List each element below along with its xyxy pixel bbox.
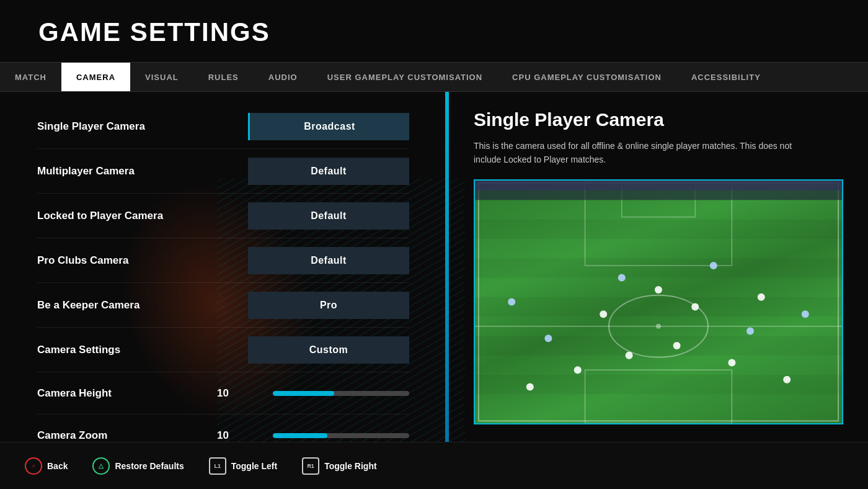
tab-match[interactable]: MATCH xyxy=(0,63,61,91)
single-player-camera-row: Single Player Camera Broadcast xyxy=(37,104,409,149)
camera-zoom-track[interactable] xyxy=(273,433,409,438)
svg-point-15 xyxy=(626,351,633,359)
camera-preview xyxy=(474,179,843,424)
svg-rect-8 xyxy=(475,219,842,238)
svg-rect-10 xyxy=(475,297,842,316)
camera-zoom-label: Camera Zoom xyxy=(37,429,174,442)
svg-point-16 xyxy=(673,342,681,349)
pro-clubs-camera-btn[interactable]: Default xyxy=(248,247,409,274)
toggle-left-label: Toggle Left xyxy=(231,461,277,471)
svg-rect-30 xyxy=(475,181,842,191)
svg-point-14 xyxy=(574,366,582,374)
single-player-camera-label: Single Player Camera xyxy=(37,120,186,133)
camera-height-fill xyxy=(273,391,334,396)
restore-icon: △ xyxy=(92,457,110,475)
camera-height-row: Camera Height 10 xyxy=(37,372,409,415)
camera-settings-row: Camera Settings Custom xyxy=(37,328,409,372)
svg-point-23 xyxy=(544,334,552,342)
pitch-background xyxy=(475,181,842,423)
multiplayer-camera-btn[interactable]: Default xyxy=(248,158,409,185)
page-title: GAME SETTINGS xyxy=(38,17,270,47)
camera-height-track[interactable] xyxy=(273,391,409,396)
camera-height-value: 10 xyxy=(210,387,229,400)
svg-point-28 xyxy=(508,298,515,305)
multiplayer-camera-control: Default xyxy=(248,158,409,185)
toggle-left-icon: L1 xyxy=(209,457,226,475)
be-keeper-camera-row: Be a Keeper Camera Pro xyxy=(37,283,409,328)
camera-zoom-value: 10 xyxy=(210,429,229,442)
pro-clubs-camera-label: Pro Clubs Camera xyxy=(37,254,186,267)
camera-settings-control: Custom xyxy=(248,336,409,364)
svg-point-22 xyxy=(758,294,765,301)
svg-point-25 xyxy=(710,262,717,269)
toggle-right-icon: R1 xyxy=(302,457,319,475)
multiplayer-camera-label: Multiplayer Camera xyxy=(37,165,186,177)
back-button[interactable]: ○ Back xyxy=(25,457,68,475)
tab-visual[interactable]: VISUAL xyxy=(130,63,193,91)
be-keeper-camera-control: Pro xyxy=(248,292,409,319)
toggle-right-label: Toggle Right xyxy=(324,461,377,471)
tab-camera[interactable]: CAMERA xyxy=(61,63,130,91)
back-icon: ○ xyxy=(25,457,42,475)
locked-player-camera-row: Locked to Player Camera Default xyxy=(37,194,409,238)
locked-player-camera-btn[interactable]: Default xyxy=(248,202,409,230)
settings-panel: Single Player Camera Broadcast Multiplay… xyxy=(0,92,446,442)
svg-point-19 xyxy=(600,310,607,318)
locked-player-camera-label: Locked to Player Camera xyxy=(37,210,186,222)
svg-point-24 xyxy=(618,274,626,281)
be-keeper-camera-label: Be a Keeper Camera xyxy=(37,299,186,312)
toggle-left-button[interactable]: L1 Toggle Left xyxy=(209,457,277,475)
svg-point-13 xyxy=(526,383,534,390)
single-player-camera-btn[interactable]: Broadcast xyxy=(248,113,409,140)
tab-audio[interactable]: AUDIO xyxy=(254,63,312,91)
svg-rect-11 xyxy=(475,336,842,355)
locked-player-camera-control: Default xyxy=(248,202,409,230)
svg-point-18 xyxy=(783,376,790,384)
svg-point-17 xyxy=(728,359,735,366)
camera-settings-btn[interactable]: Custom xyxy=(248,336,409,364)
svg-point-20 xyxy=(691,303,699,310)
tab-cpu-gameplay[interactable]: CPU GAMEPLAY CUSTOMISATION xyxy=(497,63,676,91)
info-panel: Single Player Camera This is the camera … xyxy=(449,92,868,442)
tab-user-gameplay[interactable]: USER GAMEPLAY CUSTOMISATION xyxy=(312,63,497,91)
pro-clubs-camera-control: Default xyxy=(248,247,409,274)
pitch-svg xyxy=(475,181,842,423)
camera-height-label: Camera Height xyxy=(37,387,174,400)
tab-bar: MATCH CAMERA VISUAL RULES AUDIO USER GAM… xyxy=(0,62,868,92)
multiplayer-camera-row: Multiplayer Camera Default xyxy=(37,149,409,194)
info-panel-title: Single Player Camera xyxy=(474,109,843,130)
pro-clubs-camera-row: Pro Clubs Camera Default xyxy=(37,238,409,283)
restore-label: Restore Defaults xyxy=(115,461,184,471)
be-keeper-camera-btn[interactable]: Pro xyxy=(248,292,409,319)
toggle-right-button[interactable]: R1 Toggle Right xyxy=(302,457,377,475)
camera-zoom-fill xyxy=(273,433,327,438)
tab-accessibility[interactable]: ACCESSIBILITY xyxy=(676,63,776,91)
svg-point-21 xyxy=(655,286,662,294)
bottom-bar: ○ Back △ Restore Defaults L1 Toggle Left… xyxy=(0,442,868,489)
tab-rules[interactable]: RULES xyxy=(193,63,254,91)
svg-rect-9 xyxy=(475,258,842,277)
restore-defaults-button[interactable]: △ Restore Defaults xyxy=(92,457,184,475)
single-player-camera-control: Broadcast xyxy=(248,113,409,140)
back-label: Back xyxy=(47,461,68,471)
info-panel-description: This is the camera used for all offline … xyxy=(474,139,796,167)
svg-point-26 xyxy=(746,327,754,334)
svg-point-27 xyxy=(802,310,809,318)
camera-settings-label: Camera Settings xyxy=(37,344,186,356)
